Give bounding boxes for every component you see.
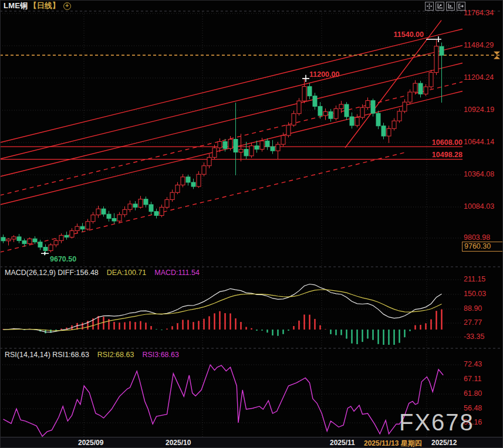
chart-window: LME铜 【日线】 + 11764.3411484.2911204.241092… xyxy=(0,0,503,448)
date-axis[interactable] xyxy=(0,437,503,448)
x-axis-label: 2025/10 xyxy=(166,439,191,447)
annotation-level-10608: 10608.00 xyxy=(420,138,463,147)
annotation-high-11200: 11200.00 xyxy=(309,70,339,79)
chart-canvas[interactable] xyxy=(0,0,503,448)
pop-out-icon[interactable] xyxy=(457,2,465,11)
move-crosshair-icon[interactable] xyxy=(425,2,434,11)
period-label: 【日线】 xyxy=(29,1,60,11)
axis-zoom-icon[interactable] xyxy=(436,2,444,11)
macd-dea-value: DEA:100.71 xyxy=(107,269,146,277)
symbol-title: LME铜 xyxy=(4,1,28,11)
macd-header: MACD(26,12,9) DIFF:156.48DEA:100.71MACD:… xyxy=(5,269,200,277)
title-bar: LME铜 【日线】 + xyxy=(4,1,71,11)
macd-macd-value: MACD:111.54 xyxy=(154,269,200,277)
annotation-level-10498: 10498.28 xyxy=(420,151,463,159)
rsi-header: RSI(14,14,14) RSI1:68.63RSI2:68.63RSI3:6… xyxy=(5,351,179,359)
x-axis-label: 2025/11 xyxy=(330,439,355,447)
chart-toolbar xyxy=(425,2,465,11)
annotation-low-9670: 9670.50 xyxy=(50,255,76,263)
macd-diff-value: MACD(26,12,9) DIFF:156.48 xyxy=(5,269,99,277)
watermark: FX678 xyxy=(399,409,474,436)
axis-price-box: 9760.30 xyxy=(462,242,503,252)
x-axis-label: 2025/09 xyxy=(78,439,103,447)
axis-play-icon[interactable] xyxy=(446,2,455,11)
x-axis-label: 2025/12 xyxy=(431,439,457,447)
rsi3-value: RSI3:68.63 xyxy=(142,351,179,359)
rsi2-value: RSI2:68.63 xyxy=(97,351,134,359)
x-axis-label-highlight: 2025/11/13 星期四 xyxy=(364,439,422,448)
circle-plus-icon[interactable]: + xyxy=(63,2,71,10)
annotation-high-11540: 11540.00 xyxy=(382,30,424,39)
rsi1-value: RSI(14,14,14) RSI1:68.63 xyxy=(5,351,89,359)
